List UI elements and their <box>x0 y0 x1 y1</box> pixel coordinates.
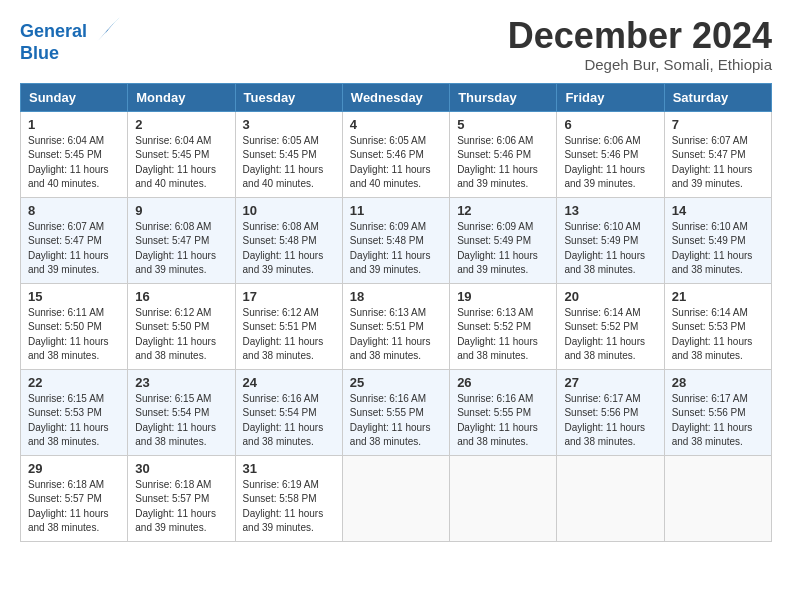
day-info: Sunrise: 6:04 AMSunset: 5:45 PMDaylight:… <box>28 135 109 190</box>
day-info: Sunrise: 6:07 AMSunset: 5:47 PMDaylight:… <box>672 135 753 190</box>
day-info: Sunrise: 6:18 AMSunset: 5:57 PMDaylight:… <box>135 479 216 534</box>
day-info: Sunrise: 6:15 AMSunset: 5:54 PMDaylight:… <box>135 393 216 448</box>
calendar-cell: 6Sunrise: 6:06 AMSunset: 5:46 PMDaylight… <box>557 111 664 197</box>
day-number: 22 <box>28 375 120 390</box>
day-info: Sunrise: 6:14 AMSunset: 5:53 PMDaylight:… <box>672 307 753 362</box>
calendar-cell: 20Sunrise: 6:14 AMSunset: 5:52 PMDayligh… <box>557 283 664 369</box>
day-number: 8 <box>28 203 120 218</box>
day-number: 1 <box>28 117 120 132</box>
day-number: 14 <box>672 203 764 218</box>
day-number: 17 <box>243 289 335 304</box>
month-title: December 2024 <box>508 16 772 56</box>
calendar-cell: 28Sunrise: 6:17 AMSunset: 5:56 PMDayligh… <box>664 369 771 455</box>
logo: General Blue <box>20 16 121 64</box>
day-number: 12 <box>457 203 549 218</box>
week-row-1: 1Sunrise: 6:04 AMSunset: 5:45 PMDaylight… <box>21 111 772 197</box>
calendar-cell <box>342 455 449 541</box>
day-number: 19 <box>457 289 549 304</box>
week-row-3: 15Sunrise: 6:11 AMSunset: 5:50 PMDayligh… <box>21 283 772 369</box>
calendar-cell: 22Sunrise: 6:15 AMSunset: 5:53 PMDayligh… <box>21 369 128 455</box>
day-info: Sunrise: 6:17 AMSunset: 5:56 PMDaylight:… <box>672 393 753 448</box>
day-info: Sunrise: 6:04 AMSunset: 5:45 PMDaylight:… <box>135 135 216 190</box>
day-info: Sunrise: 6:05 AMSunset: 5:45 PMDaylight:… <box>243 135 324 190</box>
day-number: 3 <box>243 117 335 132</box>
week-row-2: 8Sunrise: 6:07 AMSunset: 5:47 PMDaylight… <box>21 197 772 283</box>
logo-text: General <box>20 22 87 42</box>
logo-bird-icon <box>89 16 121 48</box>
location-subtitle: Degeh Bur, Somali, Ethiopia <box>508 56 772 73</box>
column-header-wednesday: Wednesday <box>342 83 449 111</box>
day-info: Sunrise: 6:19 AMSunset: 5:58 PMDaylight:… <box>243 479 324 534</box>
day-number: 4 <box>350 117 442 132</box>
calendar-cell: 31Sunrise: 6:19 AMSunset: 5:58 PMDayligh… <box>235 455 342 541</box>
column-header-tuesday: Tuesday <box>235 83 342 111</box>
day-info: Sunrise: 6:06 AMSunset: 5:46 PMDaylight:… <box>457 135 538 190</box>
calendar-cell: 7Sunrise: 6:07 AMSunset: 5:47 PMDaylight… <box>664 111 771 197</box>
calendar-cell: 30Sunrise: 6:18 AMSunset: 5:57 PMDayligh… <box>128 455 235 541</box>
day-info: Sunrise: 6:10 AMSunset: 5:49 PMDaylight:… <box>672 221 753 276</box>
day-info: Sunrise: 6:15 AMSunset: 5:53 PMDaylight:… <box>28 393 109 448</box>
day-number: 20 <box>564 289 656 304</box>
day-info: Sunrise: 6:17 AMSunset: 5:56 PMDaylight:… <box>564 393 645 448</box>
calendar-cell: 14Sunrise: 6:10 AMSunset: 5:49 PMDayligh… <box>664 197 771 283</box>
day-info: Sunrise: 6:11 AMSunset: 5:50 PMDaylight:… <box>28 307 109 362</box>
day-info: Sunrise: 6:07 AMSunset: 5:47 PMDaylight:… <box>28 221 109 276</box>
day-info: Sunrise: 6:16 AMSunset: 5:55 PMDaylight:… <box>457 393 538 448</box>
day-number: 25 <box>350 375 442 390</box>
column-header-friday: Friday <box>557 83 664 111</box>
calendar-cell <box>450 455 557 541</box>
day-info: Sunrise: 6:16 AMSunset: 5:55 PMDaylight:… <box>350 393 431 448</box>
day-number: 30 <box>135 461 227 476</box>
day-number: 16 <box>135 289 227 304</box>
calendar-cell: 4Sunrise: 6:05 AMSunset: 5:46 PMDaylight… <box>342 111 449 197</box>
svg-marker-0 <box>98 23 114 41</box>
calendar-cell: 9Sunrise: 6:08 AMSunset: 5:47 PMDaylight… <box>128 197 235 283</box>
column-header-monday: Monday <box>128 83 235 111</box>
day-number: 11 <box>350 203 442 218</box>
calendar-cell: 15Sunrise: 6:11 AMSunset: 5:50 PMDayligh… <box>21 283 128 369</box>
header: General Blue December 2024 Degeh Bur, So… <box>20 16 772 73</box>
day-info: Sunrise: 6:14 AMSunset: 5:52 PMDaylight:… <box>564 307 645 362</box>
calendar-cell <box>664 455 771 541</box>
calendar-cell: 27Sunrise: 6:17 AMSunset: 5:56 PMDayligh… <box>557 369 664 455</box>
day-number: 5 <box>457 117 549 132</box>
day-number: 26 <box>457 375 549 390</box>
calendar-cell: 2Sunrise: 6:04 AMSunset: 5:45 PMDaylight… <box>128 111 235 197</box>
day-number: 31 <box>243 461 335 476</box>
day-info: Sunrise: 6:13 AMSunset: 5:52 PMDaylight:… <box>457 307 538 362</box>
day-number: 27 <box>564 375 656 390</box>
day-info: Sunrise: 6:05 AMSunset: 5:46 PMDaylight:… <box>350 135 431 190</box>
calendar-cell: 16Sunrise: 6:12 AMSunset: 5:50 PMDayligh… <box>128 283 235 369</box>
day-info: Sunrise: 6:08 AMSunset: 5:48 PMDaylight:… <box>243 221 324 276</box>
calendar-cell: 26Sunrise: 6:16 AMSunset: 5:55 PMDayligh… <box>450 369 557 455</box>
calendar-cell: 25Sunrise: 6:16 AMSunset: 5:55 PMDayligh… <box>342 369 449 455</box>
column-header-saturday: Saturday <box>664 83 771 111</box>
day-info: Sunrise: 6:08 AMSunset: 5:47 PMDaylight:… <box>135 221 216 276</box>
title-block: December 2024 Degeh Bur, Somali, Ethiopi… <box>508 16 772 73</box>
calendar-cell: 13Sunrise: 6:10 AMSunset: 5:49 PMDayligh… <box>557 197 664 283</box>
logo-blue-text: Blue <box>20 44 59 64</box>
column-header-thursday: Thursday <box>450 83 557 111</box>
day-info: Sunrise: 6:12 AMSunset: 5:50 PMDaylight:… <box>135 307 216 362</box>
calendar-cell: 29Sunrise: 6:18 AMSunset: 5:57 PMDayligh… <box>21 455 128 541</box>
calendar-cell: 24Sunrise: 6:16 AMSunset: 5:54 PMDayligh… <box>235 369 342 455</box>
day-number: 6 <box>564 117 656 132</box>
calendar-cell: 5Sunrise: 6:06 AMSunset: 5:46 PMDaylight… <box>450 111 557 197</box>
day-info: Sunrise: 6:16 AMSunset: 5:54 PMDaylight:… <box>243 393 324 448</box>
calendar-cell: 1Sunrise: 6:04 AMSunset: 5:45 PMDaylight… <box>21 111 128 197</box>
day-number: 7 <box>672 117 764 132</box>
day-number: 2 <box>135 117 227 132</box>
calendar-cell: 17Sunrise: 6:12 AMSunset: 5:51 PMDayligh… <box>235 283 342 369</box>
day-info: Sunrise: 6:18 AMSunset: 5:57 PMDaylight:… <box>28 479 109 534</box>
day-number: 13 <box>564 203 656 218</box>
calendar-header-row: SundayMondayTuesdayWednesdayThursdayFrid… <box>21 83 772 111</box>
day-info: Sunrise: 6:09 AMSunset: 5:49 PMDaylight:… <box>457 221 538 276</box>
page: General Blue December 2024 Degeh Bur, So… <box>0 0 792 612</box>
day-number: 24 <box>243 375 335 390</box>
day-number: 21 <box>672 289 764 304</box>
day-number: 9 <box>135 203 227 218</box>
calendar-cell: 11Sunrise: 6:09 AMSunset: 5:48 PMDayligh… <box>342 197 449 283</box>
calendar-table: SundayMondayTuesdayWednesdayThursdayFrid… <box>20 83 772 542</box>
day-info: Sunrise: 6:09 AMSunset: 5:48 PMDaylight:… <box>350 221 431 276</box>
calendar-cell: 21Sunrise: 6:14 AMSunset: 5:53 PMDayligh… <box>664 283 771 369</box>
